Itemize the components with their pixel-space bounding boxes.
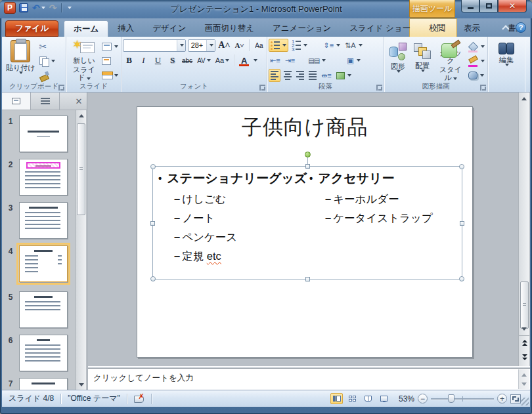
shape-outline-button[interactable]: [467, 54, 486, 68]
grow-font-button[interactable]: A˄: [217, 39, 231, 52]
zoom-in-button[interactable]: +: [497, 394, 507, 404]
redo-button[interactable]: ↷: [49, 2, 58, 14]
slide-sorter-view-button[interactable]: [346, 393, 359, 404]
zoom-slider[interactable]: [431, 394, 494, 404]
zoom-out-button[interactable]: −: [418, 394, 428, 404]
scroll-down-button[interactable]: [519, 323, 529, 334]
line-spacing-button[interactable]: ⇕≡: [322, 39, 342, 52]
tab-file[interactable]: ファイル: [5, 20, 58, 37]
columns-button[interactable]: ▤▤: [307, 54, 327, 67]
clipboard-dialog-launcher-icon[interactable]: [58, 85, 64, 91]
arrange-button[interactable]: 配置: [410, 38, 434, 81]
clear-formatting-button[interactable]: A̶a: [253, 39, 265, 52]
maximize-button[interactable]: [479, 0, 498, 12]
underline-button[interactable]: U: [152, 54, 164, 67]
align-right-button[interactable]: [295, 69, 305, 82]
slideshow-view-button[interactable]: [378, 393, 390, 404]
drawing-dialog-launcher-icon[interactable]: [480, 85, 486, 91]
text-shadow-button[interactable]: S: [166, 54, 179, 67]
reading-view-button[interactable]: [362, 393, 374, 404]
copy-button[interactable]: [38, 54, 56, 68]
tab-slides-thumbnails[interactable]: [2, 93, 31, 110]
normal-view-button[interactable]: [330, 393, 343, 404]
help-icon[interactable]: ?: [516, 22, 526, 33]
tab-outline[interactable]: [31, 93, 60, 110]
theme-name[interactable]: "Office テーマ": [61, 393, 127, 405]
bold-button[interactable]: B: [123, 54, 135, 67]
zoom-percentage[interactable]: 53%: [393, 394, 414, 404]
thumbnails-scroll-up-button[interactable]: [76, 110, 87, 121]
font-color-dropdown-icon[interactable]: [254, 59, 257, 62]
shape-effects-button[interactable]: [467, 69, 486, 82]
editing-button[interactable]: 編集: [489, 38, 523, 81]
main-scrollbar[interactable]: [518, 93, 529, 366]
spellcheck-status-button[interactable]: [127, 393, 151, 405]
decrease-indent-button[interactable]: ⇤≡: [269, 54, 282, 67]
close-button[interactable]: ✕: [498, 0, 527, 12]
slide-title[interactable]: 子供向け商品: [137, 114, 472, 141]
format-painter-button[interactable]: [38, 69, 56, 82]
notes-scroll-down-button[interactable]: [519, 379, 529, 389]
change-case-button[interactable]: Aa: [214, 54, 231, 67]
resize-handle-bottomright[interactable]: [459, 276, 464, 281]
tab-design[interactable]: デザイン: [143, 20, 195, 37]
tab-home[interactable]: ホーム: [64, 20, 108, 37]
resize-handle-topleft[interactable]: [150, 164, 156, 169]
slide-thumbnail-5[interactable]: 5: [2, 291, 76, 328]
font-color-button[interactable]: A: [238, 54, 250, 67]
section-button[interactable]: [100, 69, 120, 82]
convert-smartart-button[interactable]: [335, 69, 353, 82]
align-left-button[interactable]: [269, 69, 280, 82]
quick-styles-button[interactable]: クイック スタイル: [434, 38, 467, 81]
resize-handle-bottom[interactable]: [305, 277, 310, 281]
numbering-button[interactable]: 123: [290, 39, 309, 52]
close-panel-button[interactable]: ✕: [71, 93, 87, 110]
resize-handle-bottomleft[interactable]: [150, 276, 156, 281]
slide-thumbnail-4-selected[interactable]: 4: [2, 245, 76, 282]
undo-button[interactable]: ↶: [32, 2, 46, 14]
cut-button[interactable]: ✂: [38, 40, 56, 53]
next-slide-button[interactable]: [519, 351, 530, 363]
align-center-button[interactable]: [282, 69, 293, 82]
bullets-button[interactable]: [269, 39, 288, 52]
strikethrough-button[interactable]: abc: [181, 54, 194, 67]
tab-animations[interactable]: アニメーション: [263, 20, 340, 37]
main-scrollbar-thumb[interactable]: [520, 281, 529, 329]
tab-slideshow[interactable]: スライド ショー: [340, 20, 420, 37]
increase-indent-button[interactable]: ⇥≡: [284, 54, 297, 67]
paste-button[interactable]: 貼り付け: [3, 38, 38, 81]
align-text-button[interactable]: ▣: [345, 54, 361, 67]
customize-qat-button[interactable]: [66, 2, 72, 14]
notes-pane[interactable]: クリックしてノートを入力: [88, 369, 530, 390]
shape-fill-button[interactable]: [467, 40, 486, 53]
thumbnails-scroll-down-button[interactable]: [76, 379, 87, 390]
resize-handle-right[interactable]: [460, 221, 464, 226]
paragraph-dialog-launcher-icon[interactable]: [376, 85, 382, 91]
italic-button[interactable]: I: [137, 54, 150, 67]
font-size-combo[interactable]: 28+: [188, 39, 215, 52]
resize-handle-left[interactable]: [150, 221, 155, 226]
justify-button[interactable]: [307, 69, 318, 82]
character-spacing-button[interactable]: AV: [196, 54, 212, 67]
previous-slide-button[interactable]: [519, 337, 530, 348]
notes-scrollbar[interactable]: [518, 369, 529, 389]
font-dialog-launcher-icon[interactable]: [259, 85, 265, 91]
save-button[interactable]: [18, 2, 29, 14]
thumbnails-scrollbar[interactable]: [76, 110, 86, 390]
fit-slide-to-window-button[interactable]: [510, 394, 521, 404]
slide-indicator[interactable]: スライド 4/8: [2, 393, 60, 405]
new-slide-button[interactable]: ✶ 新しい スライド: [68, 38, 100, 81]
distribute-button[interactable]: ⇹≡: [320, 69, 333, 82]
font-name-combo[interactable]: [123, 39, 186, 52]
resize-handle-topright[interactable]: [459, 164, 464, 169]
zoom-slider-thumb[interactable]: [448, 394, 454, 403]
tab-view[interactable]: 表示: [454, 20, 489, 37]
powerpoint-app-icon[interactable]: P: [4, 2, 16, 14]
slide-thumbnail-3[interactable]: 3: [2, 202, 76, 239]
tab-review[interactable]: 校閲: [420, 20, 454, 37]
shapes-button[interactable]: 図形: [386, 38, 410, 81]
slide-thumbnail-6[interactable]: 6: [2, 335, 76, 371]
text-direction-button[interactable]: ⇅A: [344, 39, 364, 52]
thumbnails-scrollbar-thumb[interactable]: [77, 123, 85, 215]
slide-thumbnail-7[interactable]: 7: [2, 378, 76, 390]
